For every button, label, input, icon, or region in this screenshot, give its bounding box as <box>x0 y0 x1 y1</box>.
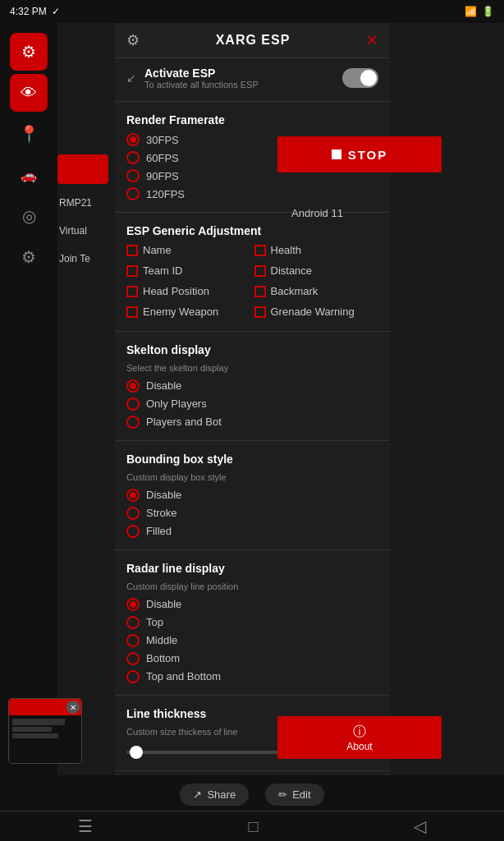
nav-menu-button[interactable]: ☰ <box>78 816 93 836</box>
share-button[interactable]: ↗ Share <box>180 784 249 806</box>
checkbox-grenade-warning[interactable]: Grenade Warning <box>254 306 379 319</box>
esp-generic-section: ESP Generic Adjustment Name Health Team … <box>115 216 390 328</box>
sidebar-item-gear[interactable]: ⚙ <box>10 33 48 71</box>
checkbox-teamid-box[interactable] <box>126 265 138 277</box>
radar-disable-radio[interactable] <box>126 598 140 611</box>
checkbox-distance[interactable]: Distance <box>254 264 379 278</box>
close-button[interactable]: ✕ <box>366 31 378 49</box>
radar-disable[interactable]: Disable <box>126 598 378 611</box>
status-bar-left: 4:32 PM ✓ <box>10 6 60 17</box>
radar-line-section: Radar line display Custom display line p… <box>115 554 390 692</box>
divider-3 <box>115 331 390 332</box>
stop-icon <box>332 149 341 159</box>
sidebar-item-settings2[interactable]: ⚙ <box>10 238 48 276</box>
radar-top[interactable]: Top <box>126 616 378 629</box>
checkbox-backmark-box[interactable] <box>254 286 266 297</box>
stop-button[interactable]: STOP <box>277 136 442 172</box>
checkbox-backmark-label: Backmark <box>271 285 318 299</box>
panel-header: ⚙ XARG ESP ✕ <box>115 23 390 58</box>
checkbox-distance-label: Distance <box>271 264 313 278</box>
status-bar: 4:32 PM ✓ 📶 🔋 <box>0 0 504 23</box>
sidebar-item-target[interactable]: ◎ <box>10 197 48 235</box>
stop-label: STOP <box>348 148 388 162</box>
checkbox-name-box[interactable] <box>126 245 138 256</box>
nav-back-button[interactable]: ◁ <box>414 816 426 836</box>
checkbox-enemy-weapon[interactable]: Enemy Weapon <box>126 306 251 319</box>
checkbox-enemy-weapon-box[interactable] <box>126 306 138 318</box>
checkbox-health-box[interactable] <box>254 245 266 256</box>
panel-title: XARG ESP <box>216 33 291 48</box>
skelton-only-players[interactable]: Only Players <box>126 398 378 411</box>
skelton-disable[interactable]: Disable <box>126 379 378 393</box>
skelton-only-players-label: Only Players <box>146 398 207 410</box>
fps-120-radio[interactable] <box>126 187 140 200</box>
left-red-rect <box>57 154 108 184</box>
sidebar-item-eye[interactable]: 👁 <box>10 74 48 112</box>
bounding-box-subtitle: Custom display box style <box>126 472 378 482</box>
virtual-label: Virtual <box>59 225 87 237</box>
activate-esp-row: ↙ Activate ESP To activate all functions… <box>115 58 390 98</box>
sidebar-item-location[interactable]: 📍 <box>10 115 48 153</box>
bbox-stroke-radio[interactable] <box>126 507 140 520</box>
radar-middle-label: Middle <box>146 634 177 646</box>
fps-30-label: 30FPS <box>146 134 179 146</box>
edit-button[interactable]: ✏ Edit <box>265 784 323 806</box>
checkbox-head-position[interactable]: Head Position <box>126 285 251 299</box>
radar-bottom[interactable]: Bottom <box>126 652 378 665</box>
radar-bottom-radio[interactable] <box>126 652 140 665</box>
activate-esp-title: Activate ESP <box>144 67 259 80</box>
line-thickness-thumb[interactable] <box>130 746 143 759</box>
share-icon: ↗ <box>193 788 202 801</box>
divider-1 <box>115 101 390 102</box>
fps-120-item[interactable]: 120FPS <box>126 187 378 200</box>
skelton-players-bot-label: Players and Bot <box>146 416 222 428</box>
fps-30-radio[interactable] <box>126 133 140 146</box>
sidebar-item-car[interactable]: 🚗 <box>10 156 48 194</box>
thumbnail-overlay: ✕ <box>8 698 82 764</box>
skelton-players-bot[interactable]: Players and Bot <box>126 416 378 429</box>
bbox-disable-label: Disable <box>146 489 181 501</box>
status-bar-right: 📶 🔋 <box>465 6 494 17</box>
bbox-filled[interactable]: Filled <box>126 525 378 538</box>
activate-esp-toggle[interactable] <box>342 68 378 88</box>
checkbox-head-position-label: Head Position <box>143 285 209 299</box>
skelton-only-players-radio[interactable] <box>126 398 140 411</box>
radar-top-bottom-radio[interactable] <box>126 670 140 683</box>
radar-top-bottom[interactable]: Top and Bottom <box>126 670 378 683</box>
activate-text: Activate ESP To activate all functions E… <box>144 67 259 90</box>
battery-icon: 🔋 <box>482 6 494 17</box>
checkbox-health[interactable]: Health <box>254 244 379 258</box>
check-icon: ✓ <box>52 6 60 17</box>
bbox-filled-radio[interactable] <box>126 525 140 538</box>
bbox-filled-label: Filled <box>146 525 172 537</box>
skelton-display-title: Skelton display <box>126 343 378 356</box>
about-icon: ⓘ <box>353 724 366 741</box>
bbox-disable-radio[interactable] <box>126 489 140 502</box>
checkbox-name[interactable]: Name <box>126 244 251 258</box>
bbox-disable[interactable]: Disable <box>126 489 378 502</box>
radar-line-title: Radar line display <box>126 562 378 575</box>
checkbox-grenade-warning-box[interactable] <box>254 306 266 318</box>
checkbox-head-position-box[interactable] <box>126 286 138 297</box>
nav-home-button[interactable]: □ <box>248 817 258 836</box>
bbox-stroke[interactable]: Stroke <box>126 507 378 520</box>
radar-top-radio[interactable] <box>126 616 140 629</box>
edit-icon: ✏ <box>278 788 287 801</box>
fps-90-radio[interactable] <box>126 169 140 182</box>
nav-bar: ☰ □ ◁ <box>0 811 504 841</box>
radar-middle[interactable]: Middle <box>126 634 378 647</box>
render-framerate-title: Render Framerate <box>126 113 378 126</box>
divider-2 <box>115 212 390 213</box>
thumbnail-close-button[interactable]: ✕ <box>66 701 80 714</box>
checkbox-distance-box[interactable] <box>254 265 266 277</box>
fps-60-radio[interactable] <box>126 151 140 164</box>
checkbox-backmark[interactable]: Backmark <box>254 285 379 299</box>
radar-middle-radio[interactable] <box>126 634 140 647</box>
about-button[interactable]: ⓘ About <box>277 716 442 759</box>
radar-bottom-label: Bottom <box>146 652 180 664</box>
skelton-disable-radio[interactable] <box>126 379 140 393</box>
share-edit-bar: ↗ Share ✏ Edit <box>0 775 504 811</box>
activate-icon: ↙ <box>126 71 136 85</box>
skelton-players-bot-radio[interactable] <box>126 416 140 429</box>
checkbox-teamid[interactable]: Team ID <box>126 264 251 278</box>
